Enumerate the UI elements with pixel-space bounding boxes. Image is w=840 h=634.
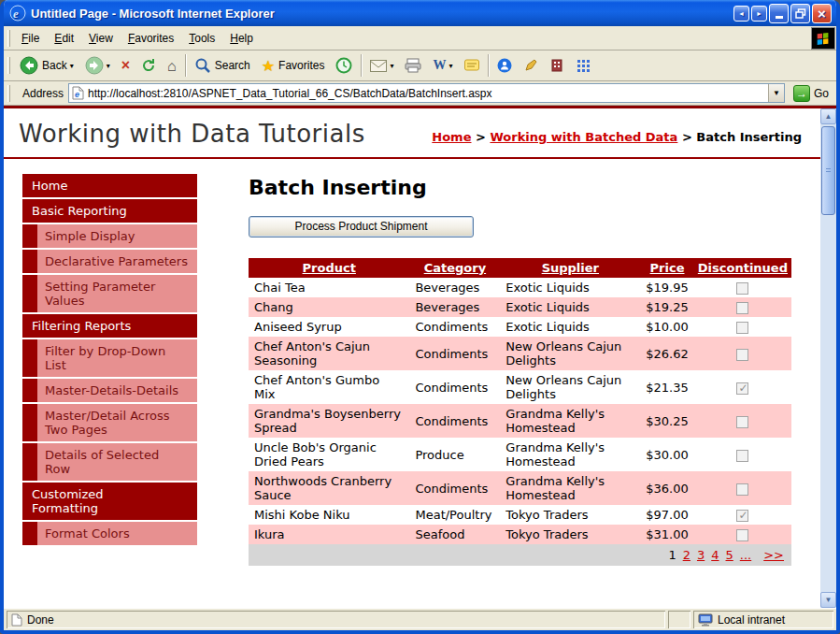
discontinued-checkbox[interactable] [736,450,748,462]
sidebar-item-simple-display[interactable]: Simple Display [22,224,197,248]
toolbar-grip[interactable] [7,57,10,74]
sidebar-item-basic-reporting[interactable]: Basic Reporting [22,199,197,223]
stop-button[interactable]: × [116,55,135,76]
column-header-supplier[interactable]: Supplier [500,258,640,278]
address-grip[interactable] [7,85,10,102]
print-button[interactable] [399,54,427,77]
cell-supplier: New Orleans Cajun Delights [500,370,640,404]
column-header-discontinued[interactable]: Discontinued [694,258,791,278]
column-header-link[interactable]: Price [650,261,685,275]
sidebar-item-filtering-reports[interactable]: Filtering Reports [22,314,197,338]
building-icon [549,58,564,73]
column-header-price[interactable]: Price [640,258,694,278]
menu-item-help[interactable]: Help [222,28,261,49]
back-button-label: Back [42,59,67,72]
move-window-left-button[interactable]: ◄ [733,6,749,22]
history-button[interactable] [330,53,358,78]
column-header-product[interactable]: Product [249,258,409,278]
close-button[interactable]: × [812,4,832,23]
sidebar-item-filter-by-drop-down-list[interactable]: Filter by Drop-Down List [22,339,197,377]
security-zone-text: Local intranet [718,613,785,627]
breadcrumb-link[interactable]: Working with Batched Data [490,130,677,144]
sidebar-item-format-colors[interactable]: Format Colors [22,522,197,545]
sidebar-item-customized-formatting[interactable]: Customized Formatting [22,483,197,520]
discontinued-checkbox[interactable] [736,382,748,395]
menu-item-tools[interactable]: Tools [181,28,222,49]
cell-category: Meat/Poultry [409,505,500,525]
home-button[interactable]: ⌂ [162,55,182,77]
sidebar-item-home[interactable]: Home [22,174,197,197]
favorites-button[interactable]: ★ Favorites [256,55,331,77]
menu-item-favorites[interactable]: Favorites [121,28,181,49]
column-header-link[interactable]: Supplier [542,261,599,275]
pager-page-link[interactable]: 5 [726,548,733,562]
minimize-button[interactable] [769,4,789,23]
go-button[interactable]: → Go [790,84,833,103]
column-header-link[interactable]: Discontinued [698,261,788,275]
menu-item-edit[interactable]: Edit [47,28,81,49]
restore-button[interactable] [790,4,810,23]
column-header-link[interactable]: Product [303,261,356,275]
discontinued-checkbox[interactable] [736,282,748,295]
sidebar-item-declarative-parameters[interactable]: Declarative Parameters [22,250,197,273]
scrollbar-thumb[interactable] [821,126,835,215]
menu-item-file[interactable]: File [14,28,47,49]
column-header-category[interactable]: Category [409,258,500,278]
browser-window: e Untitled Page - Microsoft Internet Exp… [0,0,840,634]
cell-discontinued [694,337,791,370]
column-header-link[interactable]: Category [424,261,486,275]
table-row: Chef Anton's Cajun SeasoningCondimentsNe… [249,337,791,370]
back-dropdown-caret[interactable]: ▾ [70,62,74,70]
sidebar-item-master-detail-across-two-pages[interactable]: Master/Detail Across Two Pages [22,404,197,441]
edit-dropdown-caret[interactable]: ▾ [448,62,452,70]
cell-product: Northwoods Cranberry Sauce [249,471,409,505]
discontinued-checkbox[interactable] [736,483,748,496]
address-dropdown-button[interactable]: ▼ [768,84,784,102]
menu-item-view[interactable]: View [81,28,121,49]
discontinued-checkbox[interactable] [736,529,748,541]
scroll-up-button[interactable]: ▲ [820,108,836,124]
discontinued-checkbox[interactable] [736,322,748,334]
menu-grip[interactable] [7,30,10,47]
pager-page-link[interactable]: 2 [683,548,691,562]
discontinued-checkbox[interactable] [736,302,748,314]
pager-page-link[interactable]: 3 [697,548,705,562]
building-button[interactable] [544,54,570,77]
breadcrumb-link[interactable]: Home [432,130,471,144]
svg-text:e: e [13,7,19,21]
pager-next-link[interactable]: >> [763,548,784,562]
discontinued-checkbox[interactable] [736,416,748,428]
cell-product: Aniseed Syrup [249,317,409,337]
sidebar-item-details-of-selected-row[interactable]: Details of Selected Row [22,443,197,481]
mail-dropdown-caret[interactable]: ▾ [390,62,393,70]
pen-button[interactable] [518,54,544,77]
scroll-down-button[interactable]: ▼ [820,592,836,608]
status-progress-panel [668,611,691,628]
pager-more-link[interactable]: ... [740,548,751,562]
cell-price: $30.00 [640,438,694,471]
discontinued-checkbox[interactable] [736,349,748,361]
discuss-button[interactable] [459,55,485,76]
edit-button[interactable]: W ▾ [427,54,458,77]
vertical-scrollbar[interactable]: ▲ ▼ [820,108,836,608]
refresh-button[interactable] [135,54,162,77]
back-button[interactable]: Back ▾ [14,52,79,79]
scrollbar-track[interactable] [820,124,836,592]
search-button[interactable]: Search [189,53,256,78]
toolbar-separator [488,54,489,77]
messenger-button[interactable] [491,54,518,77]
grid-button[interactable] [570,54,596,77]
forward-dropdown-caret[interactable]: ▾ [107,62,110,70]
cell-product: Chef Anton's Gumbo Mix [249,370,409,404]
discontinued-checkbox[interactable] [736,510,748,522]
address-input[interactable]: e http://localhost:2810/ASPNET_Data_Tuto… [68,83,785,103]
move-window-right-button[interactable]: ► [751,6,767,22]
sidebar-item-setting-parameter-values[interactable]: Setting Parameter Values [22,275,197,312]
pager-page-link[interactable]: 4 [711,548,719,562]
process-shipment-button[interactable]: Process Product Shipment [249,216,474,238]
table-row: Chef Anton's Gumbo MixCondimentsNew Orle… [249,370,791,404]
sidebar-item-master-details-details[interactable]: Master-Details-Details [22,379,197,402]
windows-flag-icon [815,30,832,47]
forward-button[interactable]: ▾ [79,52,116,79]
mail-button[interactable]: ▾ [364,56,399,76]
